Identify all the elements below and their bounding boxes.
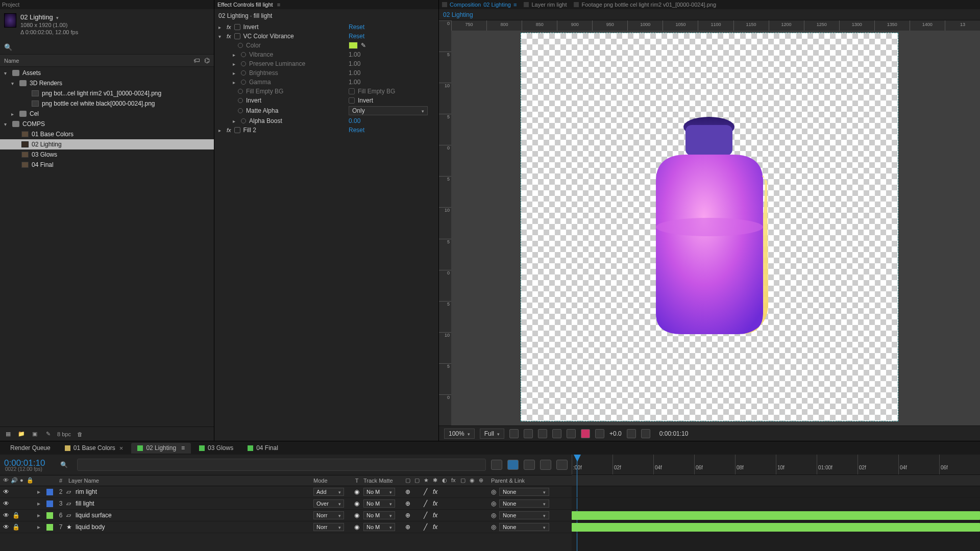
- eye-icon[interactable]: 👁: [3, 488, 9, 495]
- grid-icon[interactable]: [509, 429, 519, 438]
- stopwatch-icon[interactable]: [241, 61, 246, 66]
- switch-icon[interactable]: ▢: [405, 477, 412, 484]
- timeline-search-input[interactable]: [77, 459, 486, 471]
- effect-row[interactable]: ▾fxVC Color Vibrance Reset: [218, 32, 434, 41]
- trash-icon[interactable]: 🗑: [76, 430, 84, 438]
- parent-dropdown[interactable]: None: [499, 523, 549, 531]
- lock-icon[interactable]: 🔒: [12, 512, 20, 519]
- property-value[interactable]: 1.00: [349, 79, 360, 86]
- fx-switch-icon[interactable]: fx: [433, 523, 440, 531]
- layer-row[interactable]: 👁🔒 ▸ 7 ★ liquid body Norr ◉ No M ⊕╱fx ◎N…: [0, 521, 572, 533]
- layer-color-swatch[interactable]: [46, 512, 53, 519]
- blend-mode-dropdown[interactable]: Over: [313, 499, 344, 508]
- switch-icon[interactable]: ⊕: [405, 523, 412, 531]
- timeline-track[interactable]: [572, 510, 980, 521]
- pickwhip-icon[interactable]: ◎: [491, 488, 496, 495]
- blend-mode-dropdown[interactable]: Add: [313, 488, 344, 496]
- expand-icon[interactable]: ▸: [34, 488, 44, 495]
- mask-icon[interactable]: [524, 429, 533, 438]
- viewer-tab-layer[interactable]: Layer rim light: [524, 2, 567, 8]
- eye-icon[interactable]: 👁: [3, 477, 9, 484]
- tag-icon[interactable]: 🏷: [193, 57, 200, 64]
- pickwhip-icon[interactable]: ◎: [491, 523, 496, 531]
- effect-property[interactable]: ▸Alpha Boost 0.00: [218, 116, 434, 126]
- layer-row[interactable]: 👁🔒 ▸ 6 ▱ liquid surface Norr ◉ No M ⊕╱fx…: [0, 510, 572, 521]
- switch-icon[interactable]: ▢: [460, 477, 468, 484]
- new-folder-icon[interactable]: 📁: [17, 430, 26, 438]
- layer-row[interactable]: 👁 ▸ 3 ▱ fill light Over ◉ No M ⊕╱fx ◎Non…: [0, 498, 572, 510]
- project-panel-tab[interactable]: Project: [0, 0, 214, 9]
- parent-dropdown[interactable]: None: [499, 488, 549, 496]
- speaker-icon[interactable]: 🔊: [11, 477, 18, 484]
- effect-property[interactable]: Color ✎: [218, 41, 434, 50]
- comp-row[interactable]: 04 Final: [0, 160, 214, 170]
- track-matte-dropdown[interactable]: No M: [363, 511, 395, 519]
- switch-icon[interactable]: fx: [451, 477, 458, 484]
- property-value[interactable]: 1.00: [349, 60, 360, 67]
- color-swatch[interactable]: [349, 42, 358, 49]
- comp-title[interactable]: 02 Lighting: [20, 13, 78, 21]
- col-track-matte[interactable]: Track Matte: [363, 478, 405, 484]
- fx-switch-icon[interactable]: fx: [433, 500, 440, 507]
- fx-switch-icon[interactable]: fx: [433, 488, 440, 495]
- stopwatch-icon[interactable]: [241, 118, 246, 123]
- settings-icon[interactable]: ✎: [44, 430, 52, 438]
- stopwatch-icon[interactable]: [238, 98, 243, 103]
- property-value[interactable]: 0.00: [349, 117, 360, 124]
- comp-row-selected[interactable]: 02 Lighting: [0, 139, 214, 149]
- blend-mode-dropdown[interactable]: Norr: [313, 523, 344, 531]
- switch-icon[interactable]: ◐: [442, 477, 449, 484]
- project-tree[interactable]: ▾Assets ▾3D Renders png bot...cel light …: [0, 67, 214, 427]
- switch-icon[interactable]: ╱: [424, 523, 431, 531]
- color-mgmt-icon[interactable]: [581, 429, 590, 438]
- layer-color-swatch[interactable]: [46, 500, 53, 507]
- canvas[interactable]: [451, 31, 980, 425]
- transparency-icon[interactable]: [552, 429, 561, 438]
- search-icon[interactable]: 🔍: [4, 43, 12, 51]
- shy-icon[interactable]: [507, 460, 519, 470]
- switch-icon[interactable]: ⊕: [479, 477, 486, 484]
- layer-name[interactable]: rim light: [76, 488, 313, 495]
- stopwatch-icon[interactable]: [238, 43, 243, 48]
- track-matte-dropdown[interactable]: No M: [363, 488, 395, 496]
- timeline-track[interactable]: [572, 521, 980, 533]
- eye-icon[interactable]: 👁: [3, 500, 9, 507]
- property-value[interactable]: 1.00: [349, 69, 360, 77]
- pickwhip-icon[interactable]: ◎: [491, 512, 496, 519]
- timeline-tab[interactable]: 01 Base Colors×: [59, 443, 130, 454]
- folder-comps[interactable]: ▾COMPS: [0, 119, 214, 129]
- track-matte-icon[interactable]: ◉: [354, 523, 359, 531]
- region-icon[interactable]: [538, 429, 547, 438]
- viewer-breadcrumb[interactable]: 02 Lighting: [439, 9, 980, 20]
- tree-icon[interactable]: ⌬: [204, 57, 210, 64]
- switch-icon[interactable]: ✱: [433, 477, 440, 484]
- panel-menu-icon[interactable]: ≡: [513, 2, 517, 8]
- comp-row[interactable]: 01 Base Colors: [0, 129, 214, 139]
- switch-icon[interactable]: ╱: [424, 500, 431, 507]
- 3d-icon[interactable]: [567, 429, 576, 438]
- interpret-icon[interactable]: ▦: [4, 430, 12, 438]
- viewer-tab-composition[interactable]: Composition02 Lighting≡: [442, 2, 517, 8]
- stopwatch-icon[interactable]: [238, 108, 243, 113]
- switch-icon[interactable]: ╱: [424, 512, 431, 519]
- switch-icon[interactable]: ▢: [414, 477, 422, 484]
- snapshot-icon[interactable]: [627, 429, 636, 438]
- col-parent[interactable]: Parent & Link: [491, 478, 572, 484]
- track-matte-dropdown[interactable]: No M: [363, 523, 395, 531]
- stopwatch-icon[interactable]: [238, 89, 243, 94]
- switch-icon[interactable]: ◉: [470, 477, 477, 484]
- resolution-dropdown[interactable]: Full: [480, 429, 504, 439]
- track-matte-icon[interactable]: ◉: [354, 512, 359, 519]
- effect-property[interactable]: Fill Empty BG Fill Empty BG: [218, 87, 434, 96]
- effect-property[interactable]: ▸Vibrance 1.00: [218, 50, 434, 59]
- timeline-tab-render-queue[interactable]: Render Queue: [4, 443, 57, 453]
- panel-menu-icon[interactable]: ≡: [277, 2, 280, 8]
- switch-icon[interactable]: ★: [424, 477, 431, 484]
- timeline-tab[interactable]: 02 Lighting≡: [131, 443, 191, 454]
- solo-icon[interactable]: ●: [20, 477, 24, 484]
- timeline-track[interactable]: [572, 498, 980, 510]
- switch-icon[interactable]: ⊕: [405, 500, 412, 507]
- lock-icon[interactable]: 🔒: [27, 477, 34, 484]
- file-row[interactable]: png bot...cel light rim2 v01_[0000-0024]…: [0, 88, 214, 98]
- stopwatch-icon[interactable]: [241, 52, 246, 57]
